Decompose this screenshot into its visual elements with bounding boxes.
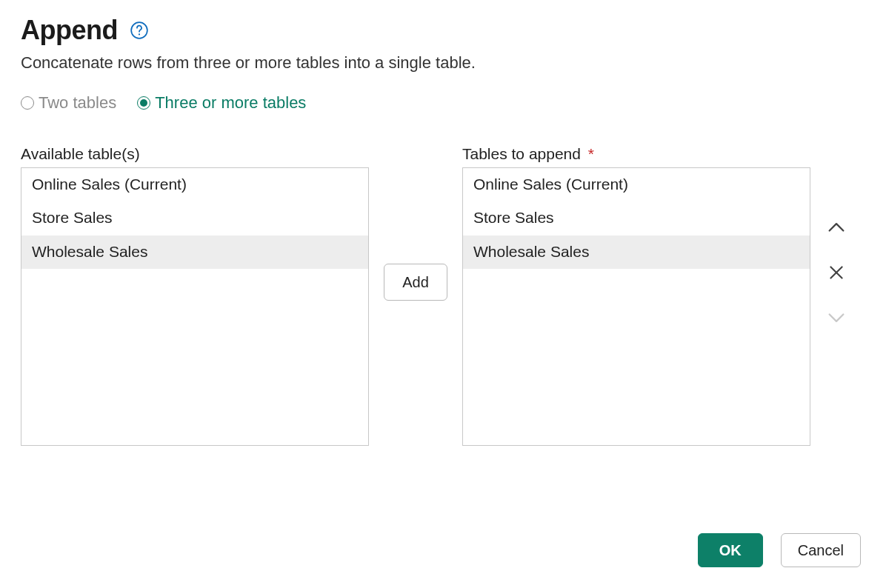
list-item[interactable]: Online Sales (Current) [21,168,368,201]
radio-two-tables[interactable]: Two tables [21,93,116,113]
append-dialog: Append Concatenate rows from three or mo… [0,0,886,588]
dialog-footer: OK Cancel [698,533,861,567]
dialog-title: Append [21,15,118,46]
list-item[interactable]: Online Sales (Current) [463,168,810,201]
tables-to-append-label: Tables to append * [462,145,810,163]
radio-dot-icon [140,99,147,107]
radio-two-label: Two tables [39,93,116,113]
available-tables-label: Available table(s) [21,145,369,163]
move-down-button[interactable] [825,305,848,329]
list-item[interactable]: Wholesale Sales [21,235,368,269]
chevron-down-icon [826,307,847,327]
lists-row: Available table(s) Online Sales (Current… [21,145,865,446]
available-tables-listbox[interactable]: Online Sales (Current)Store SalesWholesa… [21,167,369,446]
radio-three-or-more-tables[interactable]: Three or more tables [137,93,306,113]
ok-button[interactable]: OK [698,533,763,567]
list-item[interactable]: Wholesale Sales [463,235,810,269]
radio-group-table-count: Two tables Three or more tables [21,93,865,113]
help-icon[interactable] [130,21,149,40]
available-tables-column: Available table(s) Online Sales (Current… [21,145,369,446]
svg-point-1 [139,33,140,35]
tables-to-append-label-text: Tables to append [462,145,581,162]
title-row: Append [21,15,865,46]
cancel-button[interactable]: Cancel [781,533,861,567]
radio-circle-icon [21,96,34,110]
close-icon [827,263,846,282]
remove-button[interactable] [825,261,848,284]
reorder-buttons-column [810,145,862,329]
dialog-subtitle: Concatenate rows from three or more tabl… [21,53,865,73]
list-item[interactable]: Store Sales [463,201,810,235]
radio-circle-icon [137,96,150,110]
radio-three-label: Three or more tables [155,93,306,113]
tables-to-append-listbox[interactable]: Online Sales (Current)Store SalesWholesa… [462,167,810,446]
move-up-button[interactable] [825,216,848,240]
tables-to-append-column: Tables to append * Online Sales (Current… [462,145,810,446]
list-item[interactable]: Store Sales [21,201,368,235]
add-button[interactable]: Add [384,264,447,301]
middle-column: Add [369,145,462,301]
required-asterisk: * [588,145,594,162]
chevron-up-icon [826,218,847,238]
